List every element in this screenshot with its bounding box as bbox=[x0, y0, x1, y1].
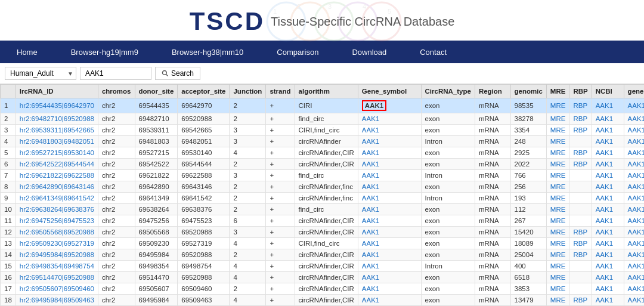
row-gene-symbol[interactable]: AAK1 bbox=[358, 295, 421, 306]
row-mre[interactable]: MRE bbox=[546, 98, 569, 113]
row-rbp[interactable]: RBP bbox=[569, 238, 592, 249]
row-genecards[interactable]: AAK1 bbox=[624, 193, 644, 204]
row-ncbi[interactable]: AAK1 bbox=[592, 147, 624, 159]
row-gene-symbol[interactable]: AAK1 bbox=[358, 272, 421, 283]
nav-browser-hg19[interactable]: Browser-hg19|mm9 bbox=[54, 41, 155, 63]
nav-browser-hg38[interactable]: Browser-hg38|mm10 bbox=[155, 41, 260, 63]
row-mre[interactable]: MRE bbox=[546, 215, 569, 227]
row-mre[interactable]: MRE bbox=[546, 181, 569, 193]
row-rbp[interactable]: RBP bbox=[569, 227, 592, 238]
row-rbp[interactable]: RBP bbox=[569, 295, 592, 306]
row-rbp[interactable] bbox=[569, 181, 592, 193]
row-id[interactable]: hr2:69482710|69520988 bbox=[16, 113, 98, 125]
row-ncbi[interactable]: AAK1 bbox=[592, 283, 624, 295]
row-rbp[interactable]: RBP bbox=[569, 113, 592, 125]
row-ncbi[interactable]: AAK1 bbox=[592, 227, 624, 238]
search-button[interactable]: Search bbox=[155, 67, 200, 80]
search-input[interactable] bbox=[80, 67, 151, 80]
row-gene-symbol[interactable]: AAK1 bbox=[358, 249, 421, 261]
row-id[interactable]: hr2:69495984|69520988 bbox=[16, 249, 98, 261]
row-genecards[interactable]: AAK1 bbox=[624, 249, 644, 261]
row-id[interactable]: hr2:69509230|69527319 bbox=[16, 238, 98, 249]
row-mre[interactable]: MRE bbox=[546, 272, 569, 283]
row-rbp[interactable]: RBP bbox=[569, 147, 592, 159]
row-mre[interactable]: MRE bbox=[546, 227, 569, 238]
row-genecards[interactable]: AAK1 bbox=[624, 227, 644, 238]
row-gene-symbol[interactable]: AAK1 bbox=[358, 261, 421, 272]
row-id[interactable]: hr2:69544435|69642970 bbox=[16, 98, 98, 113]
row-mre[interactable]: MRE bbox=[546, 136, 569, 147]
row-gene-symbol[interactable]: AAK1 bbox=[358, 170, 421, 181]
row-ncbi[interactable]: AAK1 bbox=[592, 113, 624, 125]
row-ncbi[interactable]: AAK1 bbox=[592, 125, 624, 136]
row-ncbi[interactable]: AAK1 bbox=[592, 181, 624, 193]
row-genecards[interactable]: AAK1 bbox=[624, 181, 644, 193]
row-mre[interactable]: MRE bbox=[546, 147, 569, 159]
nav-download[interactable]: Download bbox=[335, 41, 403, 63]
row-gene-symbol[interactable]: AAK1 bbox=[358, 181, 421, 193]
row-mre[interactable]: MRE bbox=[546, 170, 569, 181]
row-rbp[interactable] bbox=[569, 215, 592, 227]
row-mre[interactable]: MRE bbox=[546, 159, 569, 170]
row-rbp[interactable]: RBP bbox=[569, 159, 592, 170]
row-gene-symbol[interactable]: AAK1 bbox=[358, 113, 421, 125]
row-rbp[interactable] bbox=[569, 204, 592, 215]
row-gene-symbol[interactable]: AAK1 bbox=[358, 227, 421, 238]
row-rbp[interactable] bbox=[569, 170, 592, 181]
row-genecards[interactable]: AAK1 bbox=[624, 147, 644, 159]
row-id[interactable]: hr2:69641349|69641542 bbox=[16, 193, 98, 204]
row-ncbi[interactable]: AAK1 bbox=[592, 295, 624, 306]
row-mre[interactable]: MRE bbox=[546, 261, 569, 272]
row-gene-symbol[interactable]: AAK1 bbox=[358, 283, 421, 295]
row-ncbi[interactable]: AAK1 bbox=[592, 170, 624, 181]
row-ncbi[interactable]: AAK1 bbox=[592, 249, 624, 261]
row-ncbi[interactable]: AAK1 bbox=[592, 261, 624, 272]
row-id[interactable]: hr2:69514470|69520988 bbox=[16, 272, 98, 283]
row-id[interactable]: hr2:69621822|69622588 bbox=[16, 170, 98, 181]
row-ncbi[interactable]: AAK1 bbox=[592, 193, 624, 204]
row-id[interactable]: hr2:69495984|69509463 bbox=[16, 295, 98, 306]
row-id[interactable]: hr2:69475256|69475523 bbox=[16, 215, 98, 227]
row-ncbi[interactable]: AAK1 bbox=[592, 238, 624, 249]
row-id[interactable]: hr2:69505607|69509460 bbox=[16, 283, 98, 295]
row-rbp[interactable] bbox=[569, 193, 592, 204]
row-rbp[interactable] bbox=[569, 283, 592, 295]
row-gene-symbol[interactable]: AAK1 bbox=[358, 98, 421, 113]
row-rbp[interactable]: RBP bbox=[569, 125, 592, 136]
row-genecards[interactable]: AAK1 bbox=[624, 204, 644, 215]
species-select[interactable]: Human_Adult Human_Fetal Mouse_Adult Mous… bbox=[5, 67, 76, 80]
row-ncbi[interactable]: AAK1 bbox=[592, 272, 624, 283]
row-mre[interactable]: MRE bbox=[546, 249, 569, 261]
row-genecards[interactable]: AAK1 bbox=[624, 272, 644, 283]
row-genecards[interactable]: AAK1 bbox=[624, 125, 644, 136]
row-mre[interactable]: MRE bbox=[546, 204, 569, 215]
row-gene-symbol[interactable]: AAK1 bbox=[358, 215, 421, 227]
row-gene-symbol[interactable]: AAK1 bbox=[358, 238, 421, 249]
row-ncbi[interactable]: AAK1 bbox=[592, 215, 624, 227]
row-genecards[interactable]: AAK1 bbox=[624, 136, 644, 147]
row-gene-symbol[interactable]: AAK1 bbox=[358, 147, 421, 159]
row-genecards[interactable]: AAK1 bbox=[624, 295, 644, 306]
row-id[interactable]: hr2:69481803|69482051 bbox=[16, 136, 98, 147]
row-genecards[interactable]: AAK1 bbox=[624, 283, 644, 295]
row-id[interactable]: hr2:69638264|69638376 bbox=[16, 204, 98, 215]
row-mre[interactable]: MRE bbox=[546, 193, 569, 204]
row-mre[interactable]: MRE bbox=[546, 113, 569, 125]
row-genecards[interactable]: AAK1 bbox=[624, 113, 644, 125]
row-id[interactable]: hr2:69505568|69520988 bbox=[16, 227, 98, 238]
row-rbp[interactable] bbox=[569, 261, 592, 272]
row-rbp[interactable]: RBP bbox=[569, 249, 592, 261]
row-genecards[interactable]: AAK1 bbox=[624, 98, 644, 113]
row-rbp[interactable]: RBP bbox=[569, 98, 592, 113]
row-genecards[interactable]: AAK1 bbox=[624, 159, 644, 170]
row-genecards[interactable]: AAK1 bbox=[624, 215, 644, 227]
row-id[interactable]: hr2:69539311|69542665 bbox=[16, 125, 98, 136]
row-ncbi[interactable]: AAK1 bbox=[592, 159, 624, 170]
row-ncbi[interactable]: AAK1 bbox=[592, 204, 624, 215]
row-gene-symbol[interactable]: AAK1 bbox=[358, 125, 421, 136]
row-genecards[interactable]: AAK1 bbox=[624, 170, 644, 181]
row-ncbi[interactable]: AAK1 bbox=[592, 136, 624, 147]
row-mre[interactable]: MRE bbox=[546, 295, 569, 306]
row-rbp[interactable] bbox=[569, 272, 592, 283]
row-mre[interactable]: MRE bbox=[546, 283, 569, 295]
